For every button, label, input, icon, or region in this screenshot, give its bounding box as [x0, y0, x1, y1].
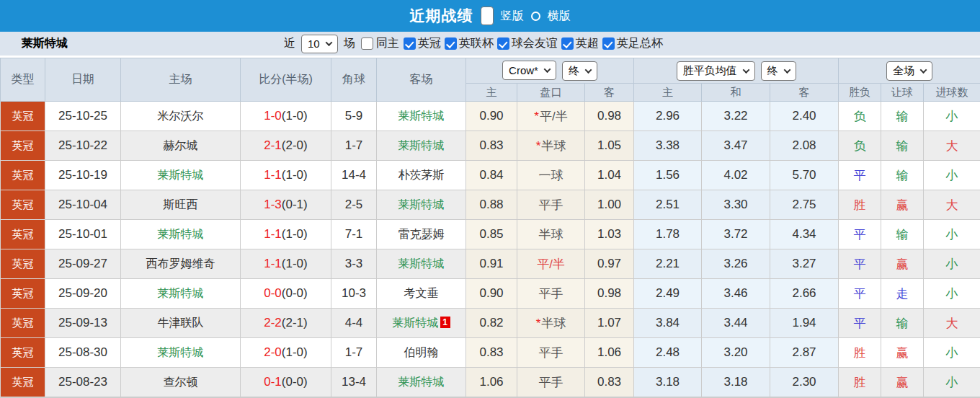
- home-odds-cell: 0.91: [466, 249, 517, 279]
- result-wdl-cell: 胜: [839, 368, 881, 397]
- league-type-cell: 英冠: [1, 368, 45, 397]
- home-odds-cell: 0.83: [466, 131, 517, 161]
- match-row: 英冠25-10-01莱斯特城1-1(1-0)7-1雷克瑟姆0.85半球1.031…: [1, 220, 980, 249]
- avg-draw-cell: 3.22: [702, 102, 770, 131]
- date-cell: 25-10-04: [45, 190, 121, 220]
- league-filter-label: 英超: [576, 36, 599, 51]
- handicap-cell: 平/半: [517, 249, 585, 279]
- result-wdl-cell: 平: [839, 279, 881, 309]
- home-odds-cell: 0.90: [466, 279, 517, 309]
- chevron-down-icon: [543, 66, 551, 73]
- col-header-odds-away: 客: [585, 84, 634, 102]
- avg-draw-cell: 3.18: [702, 368, 770, 397]
- match-row: 英冠25-08-30莱斯特城2-0(1-0)1-7伯明翰0.83平手1.062.…: [1, 338, 980, 368]
- match-row: 英冠25-09-27西布罗姆维奇1-1(1-0)3-3莱斯特城0.91平/半0.…: [1, 249, 980, 279]
- corners-cell: 7-1: [331, 220, 377, 249]
- home-team-cell: 牛津联队: [121, 309, 241, 338]
- avg-lose-cell: 4.34: [770, 220, 839, 249]
- home-odds-cell: 0.83: [466, 338, 517, 368]
- avg-draw-cell: 3.46: [702, 279, 770, 309]
- result-handicap-cell: 赢: [881, 249, 924, 279]
- horizontal-layout-radio[interactable]: [531, 12, 540, 21]
- avg-lose-cell: 5.70: [770, 161, 839, 190]
- horizontal-layout-label[interactable]: 横版: [548, 9, 571, 24]
- league-type-cell: 英冠: [1, 220, 45, 249]
- league-filter-checkbox[interactable]: [561, 37, 574, 50]
- result-goals-cell: 大: [924, 131, 980, 161]
- chevron-down-icon: [584, 66, 592, 74]
- result-goals-cell: 大: [924, 190, 980, 220]
- match-row: 英冠25-10-22赫尔城2-1(2-0)1-7莱斯特城0.83*半球1.053…: [1, 131, 980, 161]
- scope-select[interactable]: 全场: [886, 61, 932, 81]
- away-odds-cell: 1.07: [585, 309, 634, 338]
- results-table: 类型 日期 主场 比分(半场) 角球 客场 Crow*终 胜平负均值终 全场 主…: [0, 58, 980, 397]
- away-odds-cell: 0.98: [585, 102, 634, 131]
- same-venue-checkbox[interactable]: [361, 37, 373, 50]
- col-header-date: 日期: [45, 58, 121, 102]
- avg-draw-cell: 3.47: [702, 131, 770, 161]
- match-row: 英冠25-09-20莱斯特城0-0(0-0)10-3考文垂0.90平手0.982…: [1, 279, 980, 309]
- col-header-away: 客场: [377, 58, 466, 102]
- league-filter-checkbox[interactable]: [445, 37, 457, 50]
- avg-lose-cell: 2.66: [770, 279, 839, 309]
- col-header-result-goals: 进球数: [924, 84, 980, 102]
- date-cell: 25-08-23: [45, 368, 121, 397]
- league-type-cell: 英冠: [1, 190, 45, 220]
- away-team-cell: 朴茨茅斯: [377, 161, 466, 190]
- col-header-odds-home: 主: [466, 84, 517, 102]
- avg-draw-cell: 3.26: [702, 249, 770, 279]
- result-handicap-cell: 输: [881, 161, 924, 190]
- match-row: 英冠25-08-23查尔顿0-1(0-0)13-4莱斯特城1.06平手0.833…: [1, 368, 980, 397]
- home-odds-cell: 0.84: [466, 161, 517, 190]
- home-odds-cell: 0.90: [466, 102, 517, 131]
- league-type-cell: 英冠: [1, 338, 45, 368]
- result-goals-cell: 小: [924, 161, 980, 190]
- result-handicap-cell: 赢: [881, 368, 924, 397]
- vertical-layout-radio[interactable]: [481, 6, 494, 25]
- score-cell: 1-1(1-0): [241, 161, 331, 190]
- avg-lose-cell: 1.94: [770, 309, 839, 338]
- avg-draw-cell: 3.44: [702, 309, 770, 338]
- handicap-star: *: [536, 139, 541, 153]
- result-handicap-cell: 赢: [881, 338, 924, 368]
- avg-time-select[interactable]: 终: [761, 61, 796, 81]
- home-team-cell: 西布罗姆维奇: [121, 249, 241, 279]
- result-handicap-cell: 输: [881, 309, 924, 338]
- odds-company-select[interactable]: Crow*: [502, 61, 556, 80]
- corners-cell: 1-7: [331, 131, 377, 161]
- league-filter-checkbox[interactable]: [404, 37, 416, 50]
- result-handicap-cell: 赢: [881, 190, 924, 220]
- away-team-cell: 莱斯特城: [377, 131, 466, 161]
- result-wdl-cell: 负: [839, 131, 881, 161]
- recent-count-select[interactable]: 10: [301, 35, 338, 53]
- vertical-layout-label[interactable]: 竖版: [501, 9, 524, 24]
- result-goals-cell: 小: [924, 102, 980, 131]
- score-cell: 1-1(1-0): [241, 249, 331, 279]
- result-wdl-cell: 平: [839, 249, 881, 279]
- away-team-cell: 莱斯特城1: [377, 309, 466, 338]
- team-name: 莱斯特城: [0, 36, 281, 51]
- away-odds-cell: 1.00: [585, 190, 634, 220]
- result-handicap-cell: 输: [881, 102, 924, 131]
- avg-win-cell: 3.18: [634, 368, 702, 397]
- filter-bar: 莱斯特城 近 10 场 同主 英冠英联杯球会友谊英超英足总杯: [0, 32, 980, 56]
- score-cell: 2-0(1-0): [241, 338, 331, 368]
- handicap-star: *: [536, 317, 541, 330]
- avg-lose-cell: 2.30: [770, 368, 839, 397]
- avg-type-select[interactable]: 胜平负均值: [677, 61, 755, 81]
- league-filter-checkbox[interactable]: [497, 37, 509, 50]
- scope-select-cell: 全场: [839, 58, 980, 84]
- col-header-score: 比分(半场): [241, 58, 331, 102]
- result-goals-cell: 小: [924, 368, 980, 397]
- col-header-avg-draw: 和: [702, 84, 770, 102]
- avg-win-cell: 2.51: [634, 190, 702, 220]
- away-team-cell: 考文垂: [377, 279, 466, 309]
- date-cell: 25-09-27: [45, 249, 121, 279]
- odds-time-select[interactable]: 终: [562, 61, 597, 81]
- corners-cell: 2-5: [331, 190, 377, 220]
- page-title: 近期战绩: [410, 6, 473, 26]
- avg-win-cell: 3.84: [634, 309, 702, 338]
- away-team-cell: 伯明翰: [377, 338, 466, 368]
- league-filter-checkbox[interactable]: [602, 37, 615, 50]
- result-wdl-cell: 胜: [839, 338, 881, 368]
